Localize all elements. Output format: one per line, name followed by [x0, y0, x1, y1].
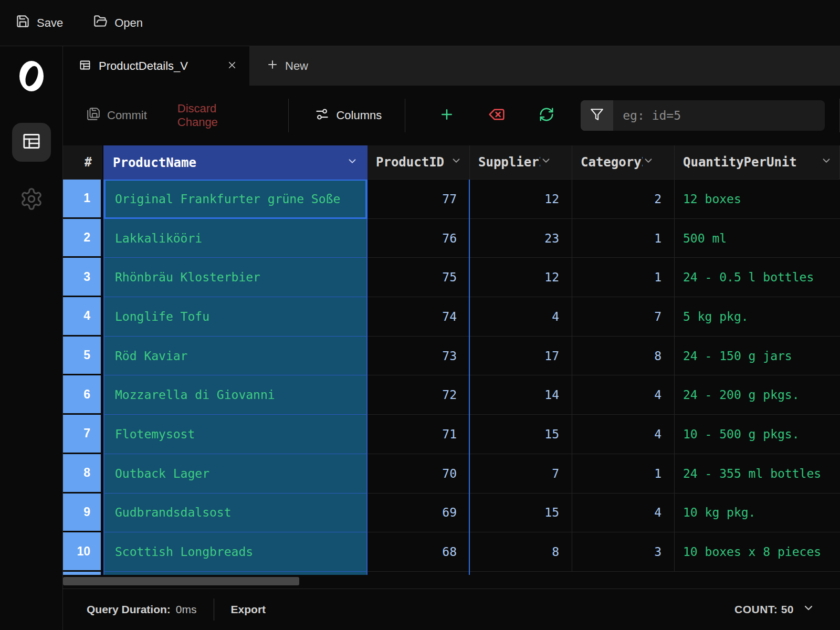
- row-number-cell[interactable]: 6: [63, 375, 103, 415]
- quantity-per-unit-cell[interactable]: 24 - 355 ml bottles: [675, 454, 840, 494]
- header-categoryid[interactable]: CategoryID: [572, 145, 675, 180]
- header-productid[interactable]: ProductID: [368, 145, 470, 180]
- quantity-per-unit-cell[interactable]: 24 - 0.5 l bottles: [675, 258, 840, 297]
- table-row: 8 Outback Lager 70 7 1 24 - 355 ml bottl…: [63, 454, 840, 494]
- product-id-cell[interactable]: 72: [368, 375, 470, 415]
- supplier-id-cell[interactable]: 23: [470, 219, 572, 258]
- refresh-button[interactable]: [539, 107, 554, 124]
- quantity-per-unit-cell[interactable]: 5 kg pkg.: [675, 297, 840, 337]
- new-tab-button[interactable]: New: [249, 46, 308, 86]
- quantity-per-unit-cell[interactable]: 12 boxes: [675, 180, 840, 219]
- filter-funnel-button[interactable]: [581, 100, 613, 131]
- supplier-id-cell[interactable]: 12: [470, 180, 572, 219]
- header-supplierid[interactable]: SupplierID: [470, 145, 572, 180]
- category-id-cell[interactable]: 1: [572, 258, 675, 297]
- table-row: 3 Rhönbräu Klosterbier 75 12 1 24 - 0.5 …: [63, 258, 840, 297]
- table-row: 10 Scottish Longbreads 68 8 3 10 boxes x…: [63, 532, 840, 572]
- product-name-cell[interactable]: Flotemysost: [103, 415, 368, 454]
- columns-button[interactable]: Columns: [315, 107, 382, 124]
- open-button[interactable]: Open: [93, 14, 143, 32]
- header-quantityperunit[interactable]: QuantityPerUnit: [675, 145, 840, 180]
- scrollbar-thumb[interactable]: [63, 577, 299, 585]
- product-name-cell[interactable]: Longlife Tofu: [103, 297, 368, 337]
- product-name-cell[interactable]: Outback Lager: [103, 454, 368, 494]
- product-id-cell[interactable]: 74: [368, 297, 470, 337]
- commit-button[interactable]: Commit: [87, 107, 147, 124]
- supplier-id-cell[interactable]: 8: [470, 532, 572, 572]
- quantity-per-unit-cell[interactable]: 10 boxes x 8 pieces: [675, 532, 840, 572]
- supplier-id-cell[interactable]: 15: [470, 494, 572, 533]
- row-number-cell[interactable]: 3: [63, 258, 103, 297]
- delete-row-button[interactable]: [488, 106, 505, 125]
- sliders-icon: [315, 107, 329, 124]
- supplier-id-cell[interactable]: 4: [470, 297, 572, 337]
- discard-change-button[interactable]: Discard Change: [177, 102, 260, 129]
- product-id-cell[interactable]: 73: [368, 337, 470, 376]
- tab-productdetails-v[interactable]: ProductDetails_V: [63, 46, 249, 86]
- table-icon: [21, 131, 42, 154]
- table-header-row: # ProductName ProductID SupplierID Categ…: [63, 145, 840, 180]
- product-name-cell[interactable]: Gudbrandsdalsost: [103, 494, 368, 533]
- product-id-cell[interactable]: 69: [368, 494, 470, 533]
- product-id-cell[interactable]: 70: [368, 454, 470, 494]
- category-id-cell[interactable]: 8: [572, 337, 675, 376]
- supplier-id-cell[interactable]: 15: [470, 415, 572, 454]
- product-name-cell[interactable]: Original Frankfurter grüne Soße: [103, 180, 368, 219]
- header-row-number[interactable]: #: [63, 145, 103, 180]
- category-id-cell[interactable]: 4: [572, 494, 675, 533]
- sidebar-item-tables[interactable]: [12, 123, 51, 162]
- product-id-cell[interactable]: 77: [368, 180, 470, 219]
- quantity-per-unit-cell[interactable]: 24 - 200 g pkgs.: [675, 375, 840, 415]
- quantity-per-unit-cell[interactable]: 24 - 150 g jars: [675, 337, 840, 376]
- row-number-cell[interactable]: 10: [63, 532, 103, 572]
- product-name-cell[interactable]: Scottish Longbreads: [103, 532, 368, 572]
- category-id-cell[interactable]: 2: [572, 180, 675, 219]
- product-id-cell[interactable]: 71: [368, 415, 470, 454]
- category-id-cell[interactable]: 1: [572, 219, 675, 258]
- row-number-cell[interactable]: 2: [63, 219, 103, 258]
- supplier-id-cell[interactable]: 17: [470, 337, 572, 376]
- columns-label: Columns: [336, 109, 382, 122]
- close-icon[interactable]: [227, 60, 237, 72]
- column-resize-indicator[interactable]: [469, 180, 470, 575]
- product-name-cell[interactable]: Röd Kaviar: [103, 337, 368, 376]
- product-id-cell[interactable]: 68: [368, 532, 470, 572]
- product-name-cell[interactable]: Lakkalikööri: [103, 219, 368, 258]
- supplier-id-cell[interactable]: 7: [470, 454, 572, 494]
- status-bar: Query Duration: 0ms Export COUNT: 50: [63, 589, 840, 630]
- row-number-cell[interactable]: 4: [63, 297, 103, 337]
- sidebar-item-settings[interactable]: [12, 181, 51, 219]
- quantity-per-unit-cell[interactable]: 10 kg pkg.: [675, 494, 840, 533]
- quantity-per-unit-cell[interactable]: 500 ml: [675, 219, 840, 258]
- save-button[interactable]: Save: [16, 14, 63, 32]
- supplier-id-cell[interactable]: 14: [470, 375, 572, 415]
- row-number-cell[interactable]: 7: [63, 415, 103, 454]
- header-productname[interactable]: ProductName: [103, 145, 368, 180]
- row-number-cell[interactable]: 5: [63, 337, 103, 376]
- category-id-cell[interactable]: 4: [572, 375, 675, 415]
- supplier-id-cell[interactable]: 12: [470, 258, 572, 297]
- table-toolbar: Commit Discard Change Columns: [63, 86, 840, 145]
- row-number-cell[interactable]: 8: [63, 454, 103, 494]
- product-id-cell[interactable]: 76: [368, 219, 470, 258]
- chevron-down-icon[interactable]: [450, 155, 462, 170]
- product-name-cell[interactable]: Rhönbräu Klosterbier: [103, 258, 368, 297]
- filter-input[interactable]: [613, 100, 825, 131]
- chevron-down-icon[interactable]: [540, 155, 552, 170]
- product-name-cell[interactable]: Mozzarella di Giovanni: [103, 375, 368, 415]
- category-id-cell[interactable]: 3: [572, 532, 675, 572]
- category-id-cell[interactable]: 4: [572, 415, 675, 454]
- commit-label: Commit: [107, 109, 147, 122]
- chevron-down-icon[interactable]: [346, 155, 358, 170]
- category-id-cell[interactable]: 1: [572, 454, 675, 494]
- category-id-cell[interactable]: 7: [572, 297, 675, 337]
- export-button[interactable]: Export: [231, 603, 266, 616]
- count-selector[interactable]: COUNT: 50: [734, 602, 815, 617]
- quantity-per-unit-cell[interactable]: 10 - 500 g pkgs.: [675, 415, 840, 454]
- chevron-down-icon[interactable]: [643, 155, 654, 170]
- chevron-down-icon[interactable]: [821, 155, 832, 170]
- product-id-cell[interactable]: 75: [368, 258, 470, 297]
- row-number-cell[interactable]: 9: [63, 494, 103, 533]
- row-number-cell[interactable]: 1: [63, 180, 103, 219]
- add-row-button[interactable]: [439, 107, 455, 124]
